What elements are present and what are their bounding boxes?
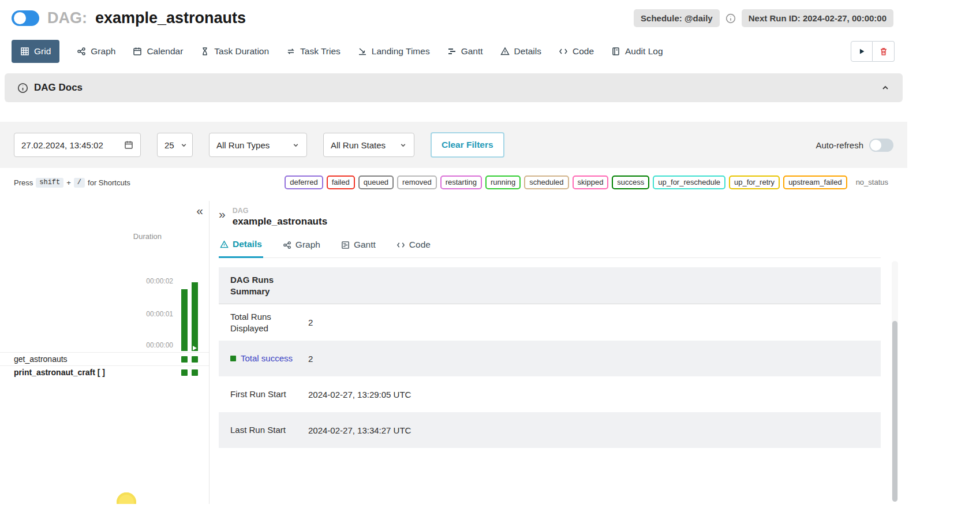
link-label: Total success [241, 353, 293, 364]
details-scrollbar [892, 261, 898, 502]
task-rows: get_astronauts print_astronaut_craft [ ] [0, 352, 209, 379]
run-bar-1[interactable] [181, 289, 188, 351]
total-success-link[interactable]: Total success [230, 353, 308, 364]
details-tab-gantt[interactable]: Gantt [340, 234, 377, 257]
chevron-down-icon [180, 141, 188, 149]
status-badge-upstream-failed[interactable]: upstream_failed [783, 175, 847, 189]
status-badge-failed[interactable]: failed [327, 175, 355, 189]
run-states-value: All Run States [331, 140, 386, 150]
dag-docs-bar[interactable]: DAG Docs [5, 73, 903, 102]
table-row: Total success 2 [219, 341, 881, 376]
tab-task-tries[interactable]: Task Tries [286, 46, 341, 57]
hint-suffix: for Shortcuts [88, 178, 130, 187]
run-states-select[interactable]: All Run States [323, 133, 414, 157]
tab-task-duration[interactable]: Task Duration [200, 46, 269, 57]
status-badge-scheduled[interactable]: scheduled [524, 175, 568, 189]
repeat-icon [286, 47, 296, 56]
task-instance-success[interactable] [181, 369, 188, 376]
graph-icon [283, 241, 291, 249]
task-name-print-astronaut-craft[interactable]: print_astronaut_craft [ ] [14, 368, 105, 377]
page-size-select[interactable]: 25 [157, 133, 193, 157]
run-bar-2[interactable] [192, 282, 198, 351]
run-types-select[interactable]: All Run Types [209, 133, 307, 157]
tab-details[interactable]: Details [500, 46, 541, 57]
status-badge-skipped[interactable]: skipped [573, 175, 609, 189]
airflow-dag-page: DAG: example_astronauts Schedule: @daily… [0, 0, 907, 504]
task-instance-success[interactable] [192, 369, 198, 376]
clear-filters-button[interactable]: Clear Filters [431, 132, 504, 158]
status-badge-removed[interactable]: removed [397, 175, 437, 189]
task-instance-success[interactable] [192, 356, 198, 363]
tab-calendar[interactable]: Calendar [133, 46, 183, 57]
scrollbar-thumb[interactable] [892, 321, 897, 502]
manual-run-play-marker [193, 346, 197, 350]
shift-key: shift [36, 178, 63, 188]
warning-triangle-icon [220, 240, 229, 249]
ytick-0s: 00:00:00 [146, 341, 173, 349]
status-badge-deferred[interactable]: deferred [285, 175, 323, 189]
graph-icon [77, 47, 86, 56]
landing-icon [358, 47, 367, 56]
next-run-badge: Next Run ID: 2024-02-27, 00:00:00 [742, 9, 893, 27]
base-date-input[interactable]: 27.02.2024, 13:45:02 [14, 133, 141, 157]
row-value: 2024-02-27, 13:29:05 UTC [308, 390, 411, 399]
row-label: First Run Start [230, 389, 308, 400]
status-badge-restarting[interactable]: restarting [440, 175, 482, 189]
dag-meta-badges: Schedule: @daily Next Run ID: 2024-02-27… [634, 9, 893, 27]
expand-panel-icon[interactable]: » [219, 208, 226, 220]
tab-label: Code [409, 240, 431, 250]
ytick-2s: 00:00:02 [146, 277, 173, 285]
details-tab-graph[interactable]: Graph [282, 234, 321, 257]
dag-title-group: DAG: example_astronauts [12, 9, 246, 27]
delete-dag-button[interactable] [873, 41, 895, 62]
tab-code[interactable]: Code [559, 46, 594, 57]
grid-icon [20, 47, 29, 56]
auto-refresh-control: Auto-refresh [816, 139, 893, 152]
tab-label: Gantt [354, 240, 376, 250]
info-icon[interactable] [725, 13, 736, 24]
task-name-get-astronauts[interactable]: get_astronauts [14, 354, 68, 364]
table-header-label: DAG Runs Summary [230, 274, 308, 297]
run-duration-bars [181, 282, 198, 351]
run-types-value: All Run Types [216, 140, 270, 150]
tab-landing-times[interactable]: Landing Times [358, 46, 430, 57]
base-date-value: 27.02.2024, 13:45:02 [21, 140, 103, 150]
status-badge-up-for-retry[interactable]: up_for_retry [729, 175, 780, 189]
details-panel: » DAG example_astronauts Details Graph [210, 201, 907, 504]
task-row: print_astronaut_craft [ ] [0, 365, 209, 379]
trigger-dag-button[interactable] [851, 41, 873, 62]
row-label: Total Runs Displayed [230, 311, 308, 334]
table-row: Total Runs Displayed 2 [219, 304, 881, 341]
details-tab-code[interactable]: Code [395, 234, 432, 257]
page-size-value: 25 [164, 140, 174, 150]
row-label: Last Run Start [230, 424, 308, 436]
task-instance-success[interactable] [181, 356, 188, 363]
details-tab-details[interactable]: Details [219, 234, 263, 258]
tab-graph[interactable]: Graph [77, 46, 115, 57]
table-row: First Run Start 2024-02-27, 13:29:05 UTC [219, 376, 881, 412]
auto-refresh-toggle[interactable] [869, 139, 893, 152]
gantt-icon [447, 47, 457, 56]
tab-label: Code [573, 46, 594, 57]
status-badge-up-for-reschedule[interactable]: up_for_reschedule [653, 175, 725, 189]
task-instance-squares [181, 356, 198, 363]
tab-label: Task Tries [300, 46, 341, 57]
status-badge-queued[interactable]: queued [358, 175, 394, 189]
details-header: » DAG example_astronauts [219, 207, 881, 227]
tab-audit-log[interactable]: Audit Log [611, 46, 663, 57]
chevron-up-icon[interactable] [881, 83, 890, 92]
dag-pause-toggle[interactable] [12, 10, 39, 26]
tab-gantt[interactable]: Gantt [447, 46, 483, 57]
tab-label: Details [514, 46, 541, 57]
status-badge-success[interactable]: success [612, 175, 649, 189]
status-badge-running[interactable]: running [485, 175, 521, 189]
tab-label: Audit Log [625, 46, 663, 57]
row-label: Total success [230, 353, 308, 364]
collapse-panel-icon[interactable]: « [196, 204, 203, 216]
tab-grid[interactable]: Grid [12, 40, 59, 63]
schedule-badge: Schedule: @daily [634, 9, 720, 27]
tab-label: Gantt [461, 46, 483, 57]
status-badge-no-status: no_status [851, 175, 893, 189]
tab-label: Graph [91, 46, 115, 57]
main-split: « Duration 00:00:02 00:00:01 00:00:00 ge… [0, 201, 907, 504]
